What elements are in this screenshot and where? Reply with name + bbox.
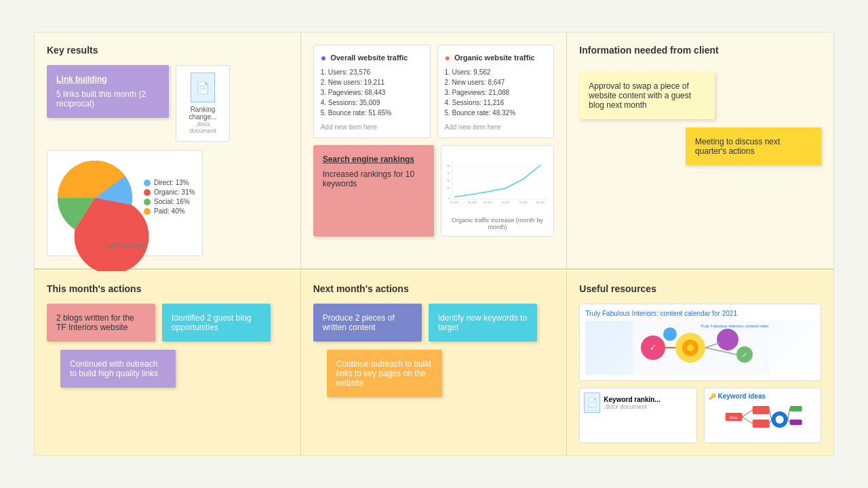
organic-traffic-title: Organic website traffic [454, 54, 535, 62]
key-results-section: Key results Link building 5 links built … [35, 33, 833, 270]
traffic-row: 2. New users: 8,647 [445, 77, 547, 87]
info-note-2[interactable]: Meeting to discuss next quarter's action… [686, 127, 821, 165]
info-note-1[interactable]: Approval to swap a piece of website cont… [579, 72, 715, 119]
resource-row: 📄 Keyword rankin... .docx document 🔑 Key… [579, 388, 821, 443]
organic-traffic-bullet: ● [445, 52, 450, 63]
resource-doc[interactable]: 📄 Keyword rankin... .docx document [579, 388, 696, 443]
svg-rect-38 [789, 406, 802, 411]
main-resource-thumb: ✓ ✓ Truly Fabulous Interiors: content [585, 321, 815, 375]
doc-icon: 📄 [191, 73, 215, 102]
link-building-label: Link building [56, 75, 159, 84]
note-row-1: Approval to swap a piece of website cont… [579, 72, 821, 119]
svg-rect-35 [752, 420, 769, 428]
overall-traffic-table: ● Overall website traffic 1. Users: 23,5… [313, 45, 431, 138]
useful-resources-title: Useful resources [579, 283, 821, 294]
pie-chart-label: Traffic sources [105, 242, 145, 249]
link-building-note[interactable]: Link building 5 links built this month (… [47, 65, 169, 118]
svg-line-45 [787, 420, 789, 422]
note-row-2: Meeting to discuss next quarter's action… [579, 127, 821, 165]
doc-card-ranking[interactable]: 📄 Ranking change... .docx document [176, 65, 230, 142]
organic-traffic-table: ● Organic website traffic 1. Users: 9,56… [437, 45, 555, 138]
traffic-row: 2. New users: 19,211 [321, 77, 423, 87]
svg-text:Mar 2021: Mar 2021 [536, 201, 545, 204]
next-month-note-2[interactable]: Identify new keywords to target [429, 304, 537, 342]
keyword-diagram-svg: Ideas [709, 403, 816, 436]
this-month-note-2[interactable]: Identified 2 guest blog opportunities [162, 304, 271, 342]
main-resource[interactable]: Truly Fabulous Interiors: content calend… [579, 304, 821, 381]
next-month-panel: Next month's actions Produce 2 pieces of… [301, 271, 568, 455]
svg-text:Truly Fabulous Interiors: cont: Truly Fabulous Interiors: content calend… [701, 324, 768, 328]
resource-doc-sub: .docx document [604, 403, 660, 410]
svg-text:15k: 15k [447, 172, 450, 175]
overall-add-row[interactable]: Add new item here [321, 123, 423, 131]
nm-note-2-text: Identify new keywords to target [438, 313, 528, 332]
resource-diagram[interactable]: 🔑 Keyword ideas Ideas [704, 388, 821, 443]
svg-line-44 [787, 409, 789, 420]
resource-diagram-title: 🔑 Keyword ideas [709, 392, 816, 400]
resource-doc-title: Keyword rankin... [604, 396, 660, 403]
traffic-row: 3. Pageviews: 21,088 [445, 87, 547, 98]
line-chart-label: Organic traffic increase (month by month… [447, 217, 549, 230]
traffic-row: 4. Sessions: 35,009 [321, 98, 423, 108]
resource-doc-icon: 📄 [584, 392, 600, 413]
info-needed-section: Information needed from client Approval … [567, 33, 833, 268]
svg-line-43 [769, 420, 771, 424]
tm-note-1-text: 2 blogs written for the TF Interiors web… [56, 313, 146, 332]
svg-text:0: 0 [448, 197, 450, 200]
overall-traffic-title: Overall website traffic [330, 54, 408, 62]
info-note-1-text: Approval to swap a piece of website cont… [589, 81, 705, 110]
useful-resources-panel: Useful resources Truly Fabulous Interior… [567, 271, 833, 455]
svg-text:Nov 2020: Nov 2020 [468, 201, 477, 204]
traffic-row: 4. Sessions: 11,216 [445, 98, 547, 108]
key-results-title: Key results [47, 45, 288, 56]
next-month-note-3[interactable]: Continue outreach to build links to key … [327, 350, 442, 397]
traffic-row: 5. Bounce rate: 51.65% [321, 108, 423, 118]
info-note-2-text: Meeting to discuss next quarter's action… [695, 137, 812, 156]
key-results-left: Key results Link building 5 links built … [35, 33, 301, 268]
svg-text:Feb 2021: Feb 2021 [519, 201, 528, 204]
tm-note-2-text: Identified 2 guest blog opportunities [172, 313, 261, 332]
nm-note-3-text: Continue outreach to build links to key … [336, 359, 433, 388]
doc-label: Ranking change... [183, 106, 222, 121]
bottom-row: This month's actions 2 blogs written for… [35, 271, 833, 455]
pie-chart-svg [54, 157, 136, 239]
traffic-row: 3. Pageviews: 68,443 [321, 87, 423, 98]
svg-text:5k: 5k [447, 187, 450, 190]
svg-text:10k: 10k [447, 180, 450, 182]
svg-rect-34 [752, 406, 769, 414]
svg-text:Dec 2020: Dec 2020 [483, 201, 492, 204]
search-rankings-label: Search engine rankings [323, 155, 425, 164]
svg-text:20k: 20k [447, 165, 450, 167]
organic-add-row[interactable]: Add new item here [445, 123, 547, 131]
this-month-panel: This month's actions 2 blogs written for… [35, 271, 301, 455]
traffic-row: 1. Users: 9,562 [445, 67, 547, 77]
traffic-row: 1. Users: 23,576 [321, 67, 423, 77]
next-month-title: Next month's actions [313, 283, 555, 294]
doc-sub: .docx document [183, 121, 222, 134]
nm-note-1-text: Produce 2 pieces of written content [323, 313, 412, 332]
svg-point-37 [775, 415, 783, 424]
svg-text:Oct 2020: Oct 2020 [450, 201, 458, 204]
search-rankings-description: Increased rankings for 10 keywords [323, 169, 425, 188]
next-month-note-1[interactable]: Produce 2 pieces of written content [313, 304, 422, 342]
main-resource-title: Truly Fabulous Interiors: content calend… [585, 310, 815, 317]
search-rankings-note: Search engine rankings Increased ranking… [313, 145, 434, 237]
link-building-description: 5 links built this month (2 reciprocal) [56, 89, 159, 108]
svg-text:Ideas: Ideas [729, 415, 738, 420]
traffic-row: 5. Bounce rate: 48.32% [445, 108, 547, 118]
content-calendar-svg: ✓ ✓ Truly Fabulous Interiors: content [633, 321, 768, 375]
svg-point-24 [717, 329, 738, 350]
pie-chart-container: Direct: 13% Organic: 31% Social: 16% Pai… [47, 150, 203, 256]
key-results-middle: ● Overall website traffic 1. Users: 23,5… [301, 33, 568, 268]
svg-line-42 [769, 410, 771, 420]
svg-line-41 [742, 417, 752, 424]
svg-text:Jan 2021: Jan 2021 [501, 201, 510, 204]
this-month-note-3[interactable]: Continued with outreach to build high qu… [60, 350, 176, 388]
line-chart-svg: 0 5k 10k 15k 20k Oct 2020 Nov 2020 Dec 2… [447, 151, 549, 212]
this-month-title: This month's actions [47, 283, 288, 294]
line-chart-container: 0 5k 10k 15k 20k Oct 2020 Nov 2020 Dec 2… [441, 145, 555, 237]
this-month-note-1[interactable]: 2 blogs written for the TF Interiors web… [47, 304, 155, 342]
dashboard: Key results Link building 5 links built … [34, 32, 834, 456]
overall-traffic-bullet: ● [321, 52, 326, 63]
svg-text:✓: ✓ [742, 351, 747, 359]
